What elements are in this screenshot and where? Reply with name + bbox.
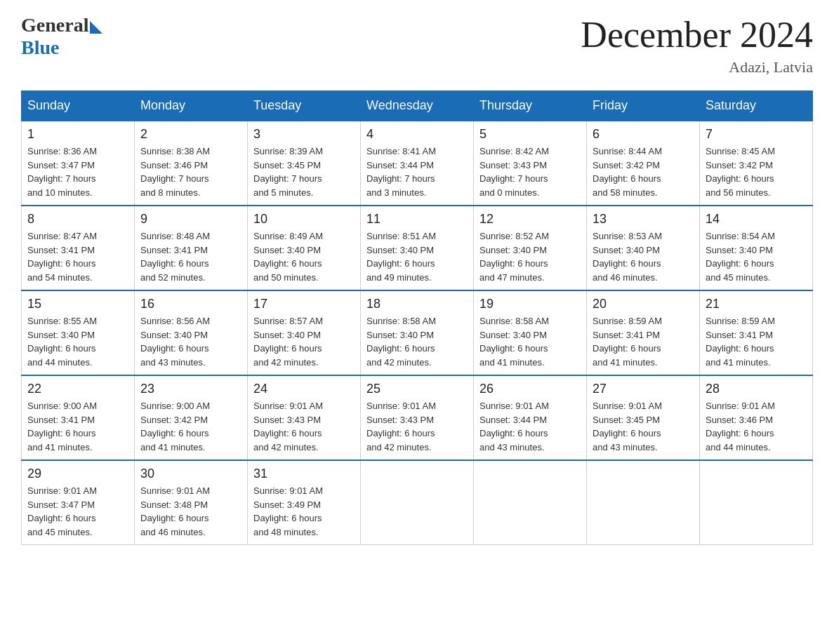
- day-info: Sunrise: 9:01 AMSunset: 3:46 PMDaylight:…: [706, 399, 807, 454]
- calendar-cell: [361, 460, 474, 545]
- day-number: 20: [593, 297, 694, 311]
- day-number: 23: [140, 382, 241, 396]
- calendar-week-row: 22 Sunrise: 9:00 AMSunset: 3:41 PMDaylig…: [22, 375, 813, 460]
- calendar-cell: 27 Sunrise: 9:01 AMSunset: 3:45 PMDaylig…: [587, 375, 700, 460]
- day-number: 26: [479, 382, 581, 396]
- calendar-cell: 26 Sunrise: 9:01 AMSunset: 3:44 PMDaylig…: [474, 375, 587, 460]
- day-info: Sunrise: 8:54 AMSunset: 3:40 PMDaylight:…: [706, 229, 807, 284]
- logo-blue-text: Blue: [21, 36, 59, 59]
- logo-triangle-icon: [90, 21, 102, 34]
- page-header: General Blue December 2024 Adazi, Latvia: [21, 14, 813, 76]
- day-info: Sunrise: 8:41 AMSunset: 3:44 PMDaylight:…: [366, 145, 468, 199]
- day-number: 13: [593, 212, 694, 227]
- day-info: Sunrise: 8:59 AMSunset: 3:41 PMDaylight:…: [593, 314, 694, 369]
- day-number: 25: [366, 382, 468, 396]
- day-info: Sunrise: 8:58 AMSunset: 3:40 PMDaylight:…: [366, 314, 468, 369]
- calendar-cell: 12 Sunrise: 8:52 AMSunset: 3:40 PMDaylig…: [474, 206, 587, 290]
- title-section: December 2024 Adazi, Latvia: [581, 14, 813, 76]
- calendar-cell: 18 Sunrise: 8:58 AMSunset: 3:40 PMDaylig…: [361, 290, 474, 375]
- day-of-week-monday: Monday: [135, 91, 248, 121]
- day-number: 16: [140, 297, 241, 311]
- calendar-cell: 22 Sunrise: 9:00 AMSunset: 3:41 PMDaylig…: [22, 375, 135, 460]
- day-number: 5: [479, 127, 581, 142]
- calendar-week-row: 1 Sunrise: 8:36 AMSunset: 3:47 PMDayligh…: [22, 121, 813, 206]
- day-of-week-friday: Friday: [587, 91, 700, 121]
- calendar-cell: 9 Sunrise: 8:48 AMSunset: 3:41 PMDayligh…: [135, 206, 248, 290]
- calendar-cell: 3 Sunrise: 8:39 AMSunset: 3:45 PMDayligh…: [248, 121, 361, 206]
- day-number: 4: [366, 127, 468, 142]
- day-info: Sunrise: 9:01 AMSunset: 3:47 PMDaylight:…: [27, 484, 128, 539]
- day-info: Sunrise: 9:01 AMSunset: 3:48 PMDaylight:…: [140, 484, 241, 539]
- day-number: 11: [366, 212, 468, 227]
- month-title: December 2024: [581, 14, 813, 55]
- day-info: Sunrise: 8:42 AMSunset: 3:43 PMDaylight:…: [479, 145, 581, 199]
- calendar-cell: 11 Sunrise: 8:51 AMSunset: 3:40 PMDaylig…: [361, 206, 474, 290]
- day-info: Sunrise: 8:58 AMSunset: 3:40 PMDaylight:…: [479, 314, 581, 369]
- day-info: Sunrise: 9:01 AMSunset: 3:44 PMDaylight:…: [479, 399, 581, 454]
- day-info: Sunrise: 9:01 AMSunset: 3:43 PMDaylight:…: [366, 399, 468, 454]
- calendar-cell: 2 Sunrise: 8:38 AMSunset: 3:46 PMDayligh…: [135, 121, 248, 206]
- calendar-table: SundayMondayTuesdayWednesdayThursdayFrid…: [21, 90, 813, 545]
- calendar-week-row: 15 Sunrise: 8:55 AMSunset: 3:40 PMDaylig…: [22, 290, 813, 375]
- day-info: Sunrise: 8:57 AMSunset: 3:40 PMDaylight:…: [253, 314, 355, 369]
- day-of-week-wednesday: Wednesday: [361, 91, 474, 121]
- day-of-week-saturday: Saturday: [700, 91, 813, 121]
- calendar-cell: 1 Sunrise: 8:36 AMSunset: 3:47 PMDayligh…: [22, 121, 135, 206]
- day-number: 29: [27, 467, 128, 481]
- day-number: 24: [253, 382, 355, 396]
- calendar-cell: [587, 460, 700, 545]
- calendar-cell: 28 Sunrise: 9:01 AMSunset: 3:46 PMDaylig…: [700, 375, 813, 460]
- calendar-cell: 13 Sunrise: 8:53 AMSunset: 3:40 PMDaylig…: [587, 206, 700, 290]
- day-of-week-tuesday: Tuesday: [248, 91, 361, 121]
- day-of-week-sunday: Sunday: [22, 91, 135, 121]
- day-info: Sunrise: 8:56 AMSunset: 3:40 PMDaylight:…: [140, 314, 241, 369]
- day-number: 9: [140, 212, 241, 227]
- day-number: 27: [593, 382, 694, 396]
- logo: General Blue: [21, 14, 102, 59]
- calendar-cell: [474, 460, 587, 545]
- calendar-cell: 23 Sunrise: 9:00 AMSunset: 3:42 PMDaylig…: [135, 375, 248, 460]
- day-info: Sunrise: 8:48 AMSunset: 3:41 PMDaylight:…: [140, 229, 241, 284]
- calendar-header: SundayMondayTuesdayWednesdayThursdayFrid…: [22, 91, 813, 121]
- day-info: Sunrise: 8:59 AMSunset: 3:41 PMDaylight:…: [706, 314, 807, 369]
- day-number: 6: [593, 127, 694, 142]
- calendar-cell: 15 Sunrise: 8:55 AMSunset: 3:40 PMDaylig…: [22, 290, 135, 375]
- day-info: Sunrise: 8:51 AMSunset: 3:40 PMDaylight:…: [366, 229, 468, 284]
- calendar-cell: 19 Sunrise: 8:58 AMSunset: 3:40 PMDaylig…: [474, 290, 587, 375]
- day-number: 30: [140, 467, 241, 481]
- day-info: Sunrise: 8:45 AMSunset: 3:42 PMDaylight:…: [706, 145, 807, 199]
- day-info: Sunrise: 9:01 AMSunset: 3:43 PMDaylight:…: [253, 399, 355, 454]
- calendar-cell: 14 Sunrise: 8:54 AMSunset: 3:40 PMDaylig…: [700, 206, 813, 290]
- calendar-cell: 21 Sunrise: 8:59 AMSunset: 3:41 PMDaylig…: [700, 290, 813, 375]
- day-info: Sunrise: 8:53 AMSunset: 3:40 PMDaylight:…: [593, 229, 694, 284]
- day-number: 7: [706, 127, 807, 142]
- day-number: 21: [706, 297, 807, 311]
- day-number: 15: [27, 297, 128, 311]
- calendar-cell: [700, 460, 813, 545]
- day-info: Sunrise: 8:44 AMSunset: 3:42 PMDaylight:…: [593, 145, 694, 199]
- day-info: Sunrise: 9:00 AMSunset: 3:41 PMDaylight:…: [27, 399, 128, 454]
- calendar-cell: 10 Sunrise: 8:49 AMSunset: 3:40 PMDaylig…: [248, 206, 361, 290]
- day-info: Sunrise: 8:36 AMSunset: 3:47 PMDaylight:…: [27, 145, 128, 199]
- day-info: Sunrise: 8:52 AMSunset: 3:40 PMDaylight:…: [479, 229, 581, 284]
- day-number: 12: [479, 212, 581, 227]
- day-of-week-thursday: Thursday: [474, 91, 587, 121]
- day-number: 22: [27, 382, 128, 396]
- day-info: Sunrise: 8:38 AMSunset: 3:46 PMDaylight:…: [140, 145, 241, 199]
- calendar-week-row: 8 Sunrise: 8:47 AMSunset: 3:41 PMDayligh…: [22, 206, 813, 290]
- calendar-cell: 30 Sunrise: 9:01 AMSunset: 3:48 PMDaylig…: [135, 460, 248, 545]
- day-info: Sunrise: 9:00 AMSunset: 3:42 PMDaylight:…: [140, 399, 241, 454]
- day-number: 28: [706, 382, 807, 396]
- calendar-cell: 25 Sunrise: 9:01 AMSunset: 3:43 PMDaylig…: [361, 375, 474, 460]
- day-number: 10: [253, 212, 355, 227]
- day-info: Sunrise: 8:55 AMSunset: 3:40 PMDaylight:…: [27, 314, 128, 369]
- calendar-cell: 17 Sunrise: 8:57 AMSunset: 3:40 PMDaylig…: [248, 290, 361, 375]
- calendar-cell: 24 Sunrise: 9:01 AMSunset: 3:43 PMDaylig…: [248, 375, 361, 460]
- day-info: Sunrise: 8:49 AMSunset: 3:40 PMDaylight:…: [253, 229, 355, 284]
- location-text: Adazi, Latvia: [581, 58, 813, 76]
- calendar-cell: 29 Sunrise: 9:01 AMSunset: 3:47 PMDaylig…: [22, 460, 135, 545]
- calendar-body: 1 Sunrise: 8:36 AMSunset: 3:47 PMDayligh…: [22, 121, 813, 545]
- day-number: 8: [27, 212, 128, 227]
- calendar-cell: 31 Sunrise: 9:01 AMSunset: 3:49 PMDaylig…: [248, 460, 361, 545]
- day-number: 3: [253, 127, 355, 142]
